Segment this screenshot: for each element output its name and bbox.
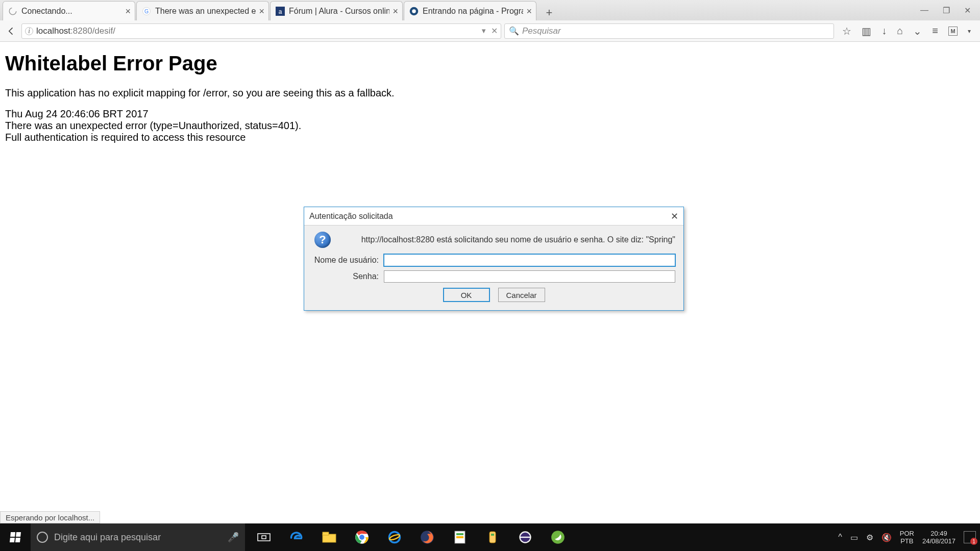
wifi-icon[interactable]: ⚙ <box>866 533 873 542</box>
back-button[interactable] <box>4 24 18 38</box>
tab-title: Fórum | Alura - Cursos online <box>289 7 389 16</box>
close-icon[interactable]: ✕ <box>671 211 678 222</box>
dialog-message: http://localhost:8280 está solicitando s… <box>340 235 675 244</box>
close-icon[interactable]: × <box>125 7 131 16</box>
loading-icon <box>8 7 17 16</box>
library-icon[interactable]: ▥ <box>862 25 871 37</box>
dropdown-icon[interactable]: ▼ <box>480 27 487 35</box>
timestamp: Thu Aug 24 20:46:06 BRT 2017 <box>5 108 975 120</box>
tab-strip: Conectando... × G There was an unexpecte… <box>0 0 980 20</box>
svg-rect-18 <box>456 536 463 538</box>
site-icon <box>409 7 419 16</box>
search-placeholder: Pesquisar <box>522 26 561 36</box>
bookmark-star-icon[interactable]: ☆ <box>842 25 851 37</box>
system-tray: ^ ▭ ⚙ 🔇 POR PTB 20:49 24/08/2017 <box>834 523 980 551</box>
ie-icon[interactable] <box>386 529 403 546</box>
dialog-body: ? http://localhost:8280 está solicitando… <box>304 226 683 310</box>
password-label: Senha: <box>312 272 379 281</box>
username-label: Nome de usuário: <box>312 256 379 265</box>
svg-point-0 <box>9 8 16 15</box>
volume-mute-icon[interactable]: 🔇 <box>881 533 892 542</box>
cortana-icon <box>37 532 48 543</box>
close-icon[interactable]: × <box>259 7 264 16</box>
nav-bar: i localhost:8280/desif/ ▼ ✕ 🔍 Pesquisar … <box>0 20 980 42</box>
tab-title: There was an unexpected err <box>155 7 256 16</box>
search-icon: 🔍 <box>509 26 519 36</box>
clear-icon[interactable]: ✕ <box>491 26 498 36</box>
google-icon: G <box>142 7 151 16</box>
svg-text:G: G <box>144 8 149 14</box>
firefox-icon[interactable] <box>419 529 436 546</box>
svg-text:a: a <box>279 8 282 15</box>
pocket-icon[interactable]: ⌄ <box>913 25 922 37</box>
browser-chrome: Conectando... × G There was an unexpecte… <box>0 0 980 42</box>
browser-tab[interactable]: G There was an unexpected err × <box>136 1 269 20</box>
browser-tab[interactable]: Entrando na página - Progra × <box>404 1 536 20</box>
dialog-titlebar: Autenticação solicitada ✕ <box>304 207 683 226</box>
chrome-icon[interactable] <box>353 529 371 546</box>
tab-title: Conectando... <box>21 7 122 16</box>
arrow-left-icon <box>6 26 16 36</box>
url-text: localhost:8280/desif/ <box>36 26 115 36</box>
close-icon[interactable]: × <box>393 7 398 16</box>
taskbar-search[interactable]: Digite aqui para pesquisar 🎤 <box>31 523 245 551</box>
username-input[interactable] <box>384 254 675 266</box>
window-controls: — ❐ ✕ <box>920 0 980 20</box>
app-icon[interactable] <box>484 529 501 546</box>
windows-taskbar: Digite aqui para pesquisar 🎤 ^ ▭ ⚙ 🔇 POR… <box>0 523 980 551</box>
tab-title: Entrando na página - Progra <box>423 7 523 16</box>
dialog-title: Autenticação solicitada <box>309 212 393 221</box>
page-title: Whitelabel Error Page <box>5 52 975 75</box>
maximize-icon[interactable]: ❐ <box>943 6 950 15</box>
battery-icon[interactable]: ▭ <box>850 533 858 542</box>
addon-m-icon[interactable]: M <box>948 27 958 36</box>
address-bar[interactable]: i localhost:8280/desif/ ▼ ✕ <box>21 23 501 39</box>
app-icon[interactable] <box>451 529 469 546</box>
downloads-icon[interactable]: ↓ <box>881 25 887 37</box>
svg-rect-20 <box>491 534 494 536</box>
task-view-icon[interactable] <box>255 529 273 546</box>
svg-rect-23 <box>520 537 531 538</box>
clock[interactable]: 20:49 24/08/2017 <box>922 530 955 545</box>
language-indicator[interactable]: POR PTB <box>900 530 914 545</box>
svg-rect-17 <box>456 533 463 535</box>
taskbar-search-placeholder: Digite aqui para pesquisar <box>54 532 161 543</box>
info-icon[interactable]: i <box>25 27 33 35</box>
fallback-message: This application has no explicit mapping… <box>5 87 975 99</box>
page-content: Whitelabel Error Page This application h… <box>0 42 980 148</box>
start-button[interactable] <box>0 523 31 551</box>
ok-button[interactable]: OK <box>443 288 490 302</box>
eclipse-icon[interactable] <box>517 529 534 546</box>
svg-rect-8 <box>262 536 266 539</box>
chevron-down-icon[interactable]: ▾ <box>968 28 971 35</box>
close-window-icon[interactable]: ✕ <box>964 6 971 15</box>
browser-tab[interactable]: Conectando... × <box>3 1 135 20</box>
close-icon[interactable]: × <box>526 7 532 16</box>
svg-point-24 <box>551 531 565 544</box>
svg-rect-19 <box>489 532 496 543</box>
search-box[interactable]: 🔍 Pesquisar <box>504 23 834 39</box>
alura-icon: a <box>276 7 285 16</box>
minimize-icon[interactable]: — <box>920 6 928 15</box>
taskbar-apps <box>245 523 577 551</box>
edge-icon[interactable] <box>288 529 305 546</box>
auth-line: Full authentication is required to acces… <box>5 132 975 143</box>
new-tab-button[interactable]: + <box>541 5 558 20</box>
spring-icon[interactable] <box>549 529 567 546</box>
cancel-button[interactable]: Cancelar <box>498 288 545 302</box>
notifications-icon[interactable] <box>964 531 976 543</box>
chevron-up-icon[interactable]: ^ <box>838 533 842 542</box>
svg-rect-10 <box>323 532 329 535</box>
menu-icon[interactable]: ≡ <box>932 25 938 37</box>
error-line: There was an unexpected error (type=Unau… <box>5 120 975 132</box>
microphone-icon[interactable]: 🎤 <box>228 532 239 543</box>
question-icon: ? <box>314 232 331 248</box>
browser-tab[interactable]: a Fórum | Alura - Cursos online × <box>270 1 403 20</box>
file-explorer-icon[interactable] <box>321 529 338 546</box>
svg-rect-7 <box>258 534 270 541</box>
windows-logo-icon <box>10 532 21 542</box>
home-icon[interactable]: ⌂ <box>897 25 903 37</box>
password-input[interactable] <box>384 270 675 283</box>
svg-point-6 <box>412 9 416 13</box>
auth-dialog: Autenticação solicitada ✕ ? http://local… <box>304 207 684 311</box>
